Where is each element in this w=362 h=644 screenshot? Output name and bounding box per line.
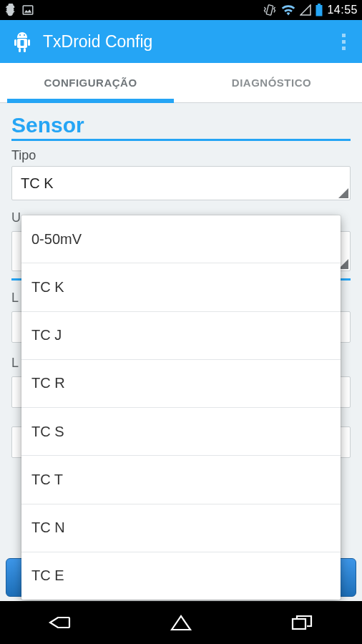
vibrate-icon (263, 4, 277, 16)
status-time: 14:55 (327, 4, 358, 16)
tab-bar: CONFIGURAÇÃO DIAGNÓSTICO (0, 63, 362, 103)
nav-bar (0, 601, 362, 644)
cell-icon (300, 4, 311, 16)
svg-rect-11 (21, 40, 24, 46)
dropdown-option-label: TC N (31, 519, 65, 536)
dropdown-option-label: TC K (31, 279, 64, 296)
svg-rect-5 (14, 39, 16, 46)
svg-rect-3 (316, 5, 323, 16)
tab-configuracao[interactable]: CONFIGURAÇÃO (0, 63, 181, 102)
spinner-corner-icon (338, 188, 348, 198)
dropdown-option-label: TC S (31, 424, 64, 440)
dropdown-option[interactable]: TC J (21, 312, 341, 360)
dropdown-option[interactable]: TC S (21, 408, 341, 456)
svg-rect-6 (28, 39, 30, 46)
dropdown-option-label: TC E (31, 567, 64, 584)
section-title: Sensor (11, 113, 351, 141)
nav-home-button[interactable] (152, 608, 210, 637)
overflow-menu-button[interactable] (332, 26, 355, 57)
dropdown-option[interactable]: TC T (21, 456, 341, 504)
dropdown-option[interactable]: TC N (21, 504, 341, 552)
tab-label: DIAGNÓSTICO (232, 77, 311, 89)
status-bar: 14:55 (0, 0, 362, 20)
svg-rect-8 (24, 48, 26, 52)
dropdown-option[interactable]: TC E (21, 552, 341, 600)
svg-rect-1 (267, 5, 274, 16)
app-title: TxDroid Config (43, 32, 332, 52)
action-bar: TxDroid Config (0, 20, 362, 63)
app-icon (10, 29, 34, 54)
tipo-spinner[interactable]: TC K (11, 166, 351, 200)
dropdown-option[interactable]: TC R (21, 360, 341, 408)
tab-label: CONFIGURAÇÃO (44, 77, 137, 89)
dropdown-option-label: TC J (31, 327, 62, 343)
battery-icon (315, 4, 323, 16)
svg-rect-12 (293, 619, 305, 629)
nav-back-button[interactable] (31, 608, 89, 637)
svg-rect-0 (23, 6, 33, 14)
svg-point-10 (24, 34, 25, 36)
dropdown-option-label: TC R (31, 375, 65, 391)
svg-rect-7 (19, 48, 21, 52)
svg-rect-2 (318, 4, 321, 5)
image-icon (21, 4, 34, 16)
tab-diagnostico[interactable]: DIAGNÓSTICO (181, 63, 362, 102)
dropdown-option[interactable]: TC K (21, 263, 341, 311)
dropdown-option-label: 0-50mV (31, 231, 82, 248)
tipo-dropdown: 0-50mV TC K TC J TC R TC S TC T TC N TC … (21, 215, 341, 600)
svg-point-9 (19, 34, 21, 36)
wifi-icon (281, 4, 295, 16)
nav-recents-button[interactable] (273, 608, 331, 637)
field-label-tipo: Tipo (11, 148, 351, 163)
tipo-value: TC K (21, 175, 54, 192)
dropdown-option-label: TC T (31, 472, 63, 488)
dropdown-option[interactable]: 0-50mV (21, 215, 341, 263)
debug-icon (4, 4, 17, 16)
